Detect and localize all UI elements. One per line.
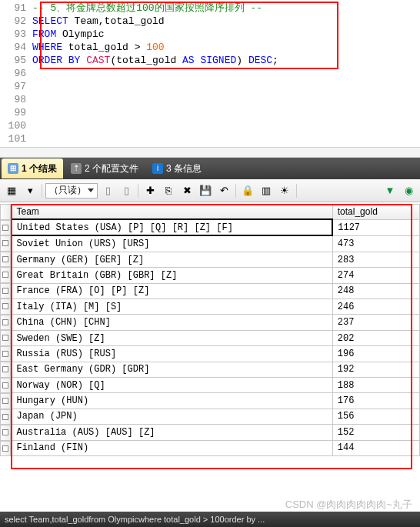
row-checkbox[interactable] (2, 445, 8, 452)
row-checkbox[interactable] (2, 398, 8, 404)
row-handle[interactable] (0, 362, 11, 378)
table-row[interactable]: United States (USA) [P] [Q] [R] [Z] [F]1… (12, 219, 420, 235)
table-row[interactable]: East Germany (GDR) [GDR]192 (12, 362, 420, 377)
cell-team[interactable]: Great Britain (GBR) [GBR] [Z] (12, 268, 332, 283)
row-handle[interactable] (0, 283, 11, 299)
code-line[interactable]: 96 (0, 67, 420, 80)
cell-team[interactable]: Japan (JPN) (12, 409, 332, 424)
row-handle[interactable] (0, 330, 11, 346)
row-handle[interactable] (0, 393, 11, 409)
cell-total-gold[interactable]: 192 (332, 362, 419, 377)
table-row[interactable]: Soviet Union (URS) [URS]473 (12, 235, 420, 252)
code-line[interactable]: 91-- 5、将金牌总数超过100的国家按照降序排列 -- (0, 2, 420, 15)
cell-total-gold[interactable]: 176 (332, 393, 419, 409)
table-row[interactable]: Norway (NOR) [Q]188 (12, 378, 420, 393)
chart-button[interactable]: ▥ (258, 182, 275, 199)
table-row[interactable]: Germany (GER) [GER] [Z]283 (12, 252, 420, 267)
row-handle[interactable] (0, 346, 11, 362)
edit-mode-combo[interactable]: （只读） (45, 183, 98, 198)
code-text[interactable]: SELECT Team,total_gold (32, 15, 165, 28)
row-checkbox[interactable] (2, 288, 8, 294)
column-header-team[interactable]: Team (12, 205, 332, 220)
row-checkbox[interactable] (2, 225, 8, 231)
code-line[interactable]: 98 (0, 93, 420, 106)
go-first-button[interactable]: ▯ (99, 182, 116, 199)
cell-team[interactable]: China (CHN) [CHN] (12, 315, 332, 330)
row-handle[interactable] (0, 425, 11, 441)
row-handle[interactable] (0, 299, 11, 315)
row-handle[interactable] (0, 378, 11, 394)
cell-team[interactable]: Norway (NOR) [Q] (12, 378, 332, 393)
row-handle[interactable] (0, 252, 11, 268)
cell-team[interactable]: Italy (ITA) [M] [S] (12, 299, 332, 315)
code-line[interactable]: 101 (0, 132, 420, 145)
row-checkbox[interactable] (2, 366, 8, 372)
cell-team[interactable]: Australia (AUS) [AUS] [Z] (12, 425, 332, 440)
code-text[interactable]: ORDER BY CAST(total_gold AS SIGNED) DESC… (32, 54, 278, 67)
row-checkbox[interactable] (2, 303, 8, 309)
table-row[interactable]: Finland (FIN)144 (12, 440, 420, 455)
delete-row-button[interactable]: ✖ (178, 182, 195, 199)
code-text[interactable]: FROM Olympic (32, 28, 105, 41)
add-row-button[interactable]: ✚ (142, 182, 158, 199)
code-line[interactable]: 100 (0, 119, 420, 132)
code-text[interactable]: -- 5、将金牌总数超过100的国家按照降序排列 -- (32, 2, 262, 15)
cell-total-gold[interactable]: 196 (332, 346, 419, 362)
row-handle[interactable] (0, 235, 11, 252)
code-line[interactable]: 97 (0, 80, 420, 93)
grid-view-button[interactable]: ▦ (3, 182, 20, 199)
row-checkbox[interactable] (2, 382, 8, 389)
row-handle[interactable] (0, 409, 11, 425)
results-table[interactable]: Team total_gold United States (USA) [P] … (11, 204, 420, 456)
cell-total-gold[interactable]: 237 (332, 315, 419, 330)
cell-total-gold[interactable]: 473 (332, 235, 419, 252)
highlight-button[interactable]: ☀ (276, 182, 293, 199)
row-handle[interactable] (0, 220, 11, 236)
cell-team[interactable]: East Germany (GDR) [GDR] (12, 362, 332, 377)
table-row[interactable]: Italy (ITA) [M] [S]246 (12, 299, 420, 315)
cell-total-gold[interactable]: 188 (332, 378, 419, 393)
filter-button[interactable]: ▼ (382, 182, 398, 199)
cell-total-gold[interactable]: 1127 (332, 219, 419, 235)
row-checkbox[interactable] (2, 414, 8, 420)
export-button[interactable]: ◉ (400, 182, 417, 199)
row-checkbox[interactable] (2, 351, 8, 357)
tab-profiles[interactable]: ⇡ 2 个配置文件 (65, 158, 145, 178)
sql-editor[interactable]: 91-- 5、将金牌总数超过100的国家按照降序排列 --92SELECT Te… (0, 0, 420, 147)
cell-total-gold[interactable]: 283 (332, 252, 419, 267)
cell-total-gold[interactable]: 248 (332, 283, 419, 299)
cell-total-gold[interactable]: 202 (332, 330, 419, 345)
row-handle[interactable] (0, 441, 11, 457)
save-button[interactable]: 💾 (197, 182, 214, 199)
table-row[interactable]: Sweden (SWE) [Z]202 (12, 330, 420, 345)
copy-row-button[interactable]: ⎘ (160, 182, 177, 199)
row-checkbox[interactable] (2, 335, 8, 341)
code-line[interactable]: 92SELECT Team,total_gold (0, 15, 420, 28)
cell-total-gold[interactable]: 144 (332, 440, 419, 455)
cell-team[interactable]: France (FRA) [O] [P] [Z] (12, 283, 332, 299)
tab-messages[interactable]: i 3 条信息 (146, 158, 208, 178)
table-row[interactable]: Australia (AUS) [AUS] [Z]152 (12, 425, 420, 440)
code-line[interactable]: 95ORDER BY CAST(total_gold AS SIGNED) DE… (0, 54, 420, 67)
lock-button[interactable]: 🔒 (239, 182, 256, 199)
cell-team[interactable]: United States (USA) [P] [Q] [R] [Z] [F] (12, 219, 332, 235)
table-row[interactable]: Russia (RUS) [RUS]196 (12, 346, 420, 362)
corner-handle[interactable] (0, 204, 11, 220)
row-handle[interactable] (0, 315, 11, 331)
row-checkbox[interactable] (2, 429, 8, 435)
cell-total-gold[interactable]: 274 (332, 268, 419, 283)
cancel-button[interactable]: ↶ (215, 182, 232, 199)
cell-total-gold[interactable]: 156 (332, 409, 419, 424)
cell-team[interactable]: Soviet Union (URS) [URS] (12, 235, 332, 252)
table-row[interactable]: Japan (JPN)156 (12, 409, 420, 424)
table-row[interactable]: China (CHN) [CHN]237 (12, 315, 420, 330)
tab-results[interactable]: ⊞ 1 个结果 (2, 158, 63, 178)
code-line[interactable]: 94WHERE total_gold > 100 (0, 41, 420, 54)
row-checkbox[interactable] (2, 272, 8, 278)
row-handle[interactable] (0, 267, 11, 283)
table-row[interactable]: Hungary (HUN)176 (12, 393, 420, 409)
code-line[interactable]: 99 (0, 106, 420, 119)
cell-team[interactable]: Finland (FIN) (12, 440, 332, 455)
table-row[interactable]: Great Britain (GBR) [GBR] [Z]274 (12, 268, 420, 283)
go-up-button[interactable]: ▯ (118, 182, 135, 199)
